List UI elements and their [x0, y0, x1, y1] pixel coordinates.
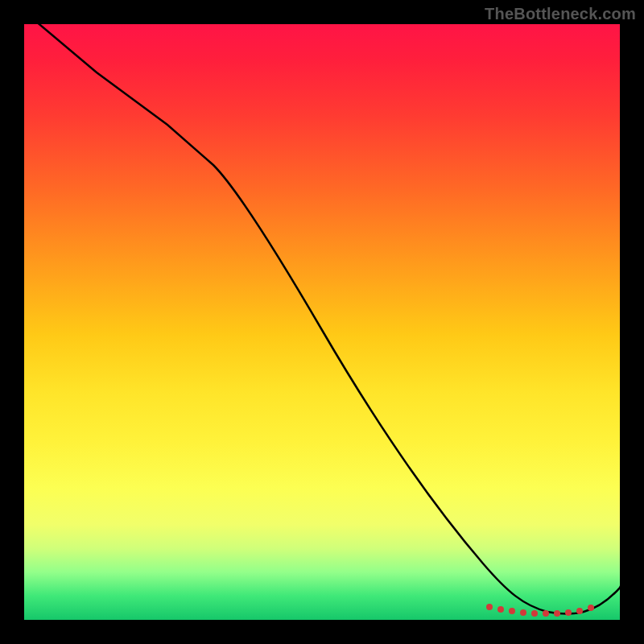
- line-chart-svg: [24, 24, 620, 620]
- marker-dot: [531, 610, 538, 617]
- chart-frame: TheBottleneck.com: [0, 0, 644, 644]
- marker-dot: [565, 609, 572, 616]
- marker-dot: [497, 606, 504, 613]
- marker-dot: [509, 608, 515, 614]
- marker-dot: [588, 605, 594, 611]
- series-curve: [24, 24, 620, 614]
- marker-dot: [576, 608, 583, 614]
- marker-dot: [554, 610, 560, 617]
- marker-dot: [543, 610, 549, 617]
- watermark-text: TheBottleneck.com: [485, 5, 636, 23]
- marker-dot: [520, 609, 526, 616]
- marker-dot: [486, 604, 493, 610]
- plot-area: [24, 24, 620, 620]
